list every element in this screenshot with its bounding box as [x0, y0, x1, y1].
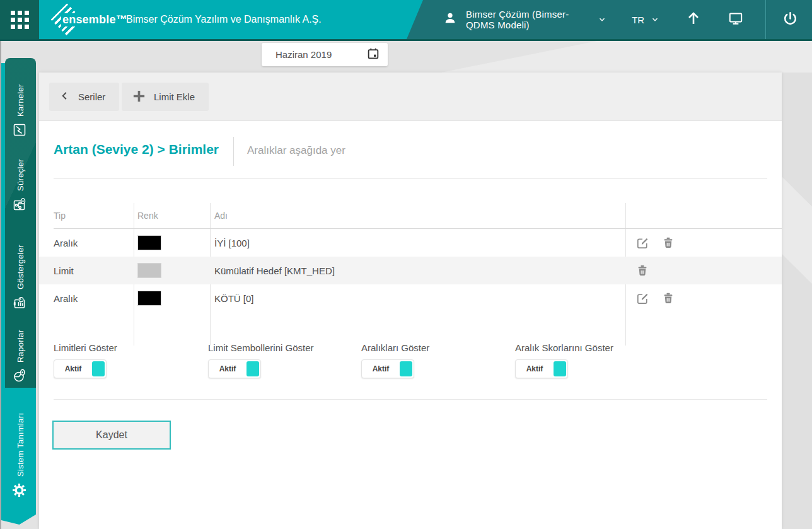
color-swatch	[137, 235, 161, 250]
sidebar-item-karneler[interactable]: Karneler	[5, 71, 36, 137]
chevron-down-icon	[651, 15, 659, 24]
save-button-label: Kaydet	[96, 429, 127, 441]
add-button-label: Limit Ekle	[154, 91, 195, 102]
gear-icon	[11, 482, 30, 498]
page-title: Artan (Seviye 2) > Birimler	[54, 142, 219, 157]
column-header-tip: Tip	[54, 203, 66, 228]
background-facet	[441, 41, 812, 73]
brand-logo: ensemble™	[52, 4, 121, 35]
cell-tip: Limit	[54, 257, 74, 284]
topbar-divider	[765, 0, 766, 39]
top-bar: ensemble™ Bimser Çözüm Yazılım ve Danışm…	[0, 0, 812, 41]
page-subtitle: Aralıklar aşağıda yer	[247, 144, 345, 157]
apps-grid-button[interactable]	[0, 0, 39, 39]
calendar-icon[interactable]	[366, 47, 380, 63]
table-row: Limit Kümülatif Hedef [KMT_HED]	[39, 257, 782, 284]
sidebar-item-gostergeler[interactable]: Göstergeler	[5, 218, 36, 310]
sidebar-item-raporlar[interactable]: Raporlar	[5, 324, 36, 383]
user-menu[interactable]: Bimser Çözüm (Bimser- QDMS Modeli)	[443, 9, 606, 30]
row-actions	[635, 284, 675, 312]
sidebar-item-label: Karneler	[16, 84, 25, 117]
toggle-label-araliklari-goster: Aralıkları Göster	[361, 342, 429, 353]
toggle-araliklari-goster[interactable]: Aktif	[361, 359, 414, 378]
apps-grid-icon	[11, 11, 29, 29]
delete-icon[interactable]	[661, 291, 675, 305]
toggle-label-limitleri-goster: Limitleri Göster	[54, 342, 117, 353]
cell-adi: İYİ [100]	[214, 229, 250, 257]
chevron-left-icon	[59, 90, 71, 103]
toggle-knob	[246, 361, 259, 376]
indicator-icon	[12, 295, 30, 310]
language-code: TR	[632, 15, 644, 25]
process-icon	[12, 197, 30, 212]
toggle-limit-sembollerini-goster[interactable]: Aktif	[208, 359, 261, 378]
toggle-state-label: Aktif	[516, 364, 554, 373]
toggle-state-label: Aktif	[54, 364, 92, 373]
section-divider	[54, 178, 767, 179]
back-to-series-button[interactable]: Seriler	[49, 83, 119, 111]
color-swatch	[137, 291, 161, 306]
cell-renk	[137, 229, 161, 257]
background-facet	[782, 73, 812, 529]
title-divider	[233, 137, 234, 166]
cell-tip: Aralık	[54, 284, 78, 312]
up-arrow-icon	[686, 11, 701, 28]
cell-tip: Aralık	[54, 229, 78, 257]
company-name: Bimser Çözüm Yazılım ve Danışmanlık A.Ş.	[126, 0, 322, 39]
cell-adi: KÖTÜ [0]	[214, 284, 254, 312]
sidebar-item-label: Sistem Tanımları	[16, 413, 25, 477]
row-actions	[635, 229, 675, 257]
sidebar-item-surecler[interactable]: Süreçler	[5, 146, 36, 212]
cell-renk	[137, 284, 161, 312]
monitor-icon	[728, 10, 744, 29]
delete-icon[interactable]	[635, 264, 649, 277]
section-divider	[54, 399, 767, 400]
panel-toolbar: Seriler Limit Ekle	[39, 73, 782, 121]
app-root: ensemble™ Bimser Çözüm Yazılım ve Danışm…	[0, 0, 812, 529]
add-limit-button[interactable]: Limit Ekle	[122, 83, 209, 111]
language-selector[interactable]: TR	[632, 15, 659, 25]
power-icon	[782, 11, 798, 29]
color-swatch	[137, 263, 161, 278]
column-header-adi: Adı	[214, 203, 228, 228]
edit-icon[interactable]	[635, 236, 650, 250]
edit-icon[interactable]	[635, 291, 650, 306]
user-icon	[443, 11, 457, 28]
user-name: Bimser Çözüm (Bimser- QDMS Modeli)	[466, 9, 591, 30]
report-icon	[12, 368, 30, 383]
toggle-label-aralik-skorlarini-goster: Aralık Skorlarını Göster	[515, 342, 613, 353]
column-header-renk: Renk	[137, 203, 158, 228]
cell-renk	[137, 257, 161, 284]
scorecard-icon	[12, 122, 30, 137]
logout-button[interactable]	[782, 11, 798, 29]
display-button[interactable]	[728, 10, 744, 29]
date-value: Haziran 2019	[276, 49, 366, 60]
row-actions	[635, 257, 649, 284]
toggle-state-label: Aktif	[362, 364, 400, 373]
plus-icon	[132, 89, 146, 105]
toggle-state-label: Aktif	[209, 364, 246, 373]
delete-icon[interactable]	[661, 236, 675, 250]
toggle-aralik-skorlarini-goster[interactable]: Aktif	[515, 359, 568, 378]
sidebar-item-sistem-tanimlari[interactable]: Sistem Tanımları	[5, 400, 36, 498]
upload-button[interactable]	[686, 11, 701, 28]
cell-adi: Kümülatif Hedef [KMT_HED]	[214, 257, 335, 284]
chevron-down-icon	[598, 15, 606, 24]
toggle-label-limit-sembollerini-goster: Limit Sembollerini Göster	[208, 342, 314, 353]
toggle-knob	[554, 361, 566, 376]
table-row: Aralık İYİ [100]	[39, 229, 782, 257]
sidebar-item-label: Süreçler	[16, 159, 25, 191]
brand-logo-text: ensemble™	[61, 13, 129, 26]
toggle-knob	[92, 361, 105, 376]
back-button-label: Seriler	[78, 91, 105, 102]
save-button[interactable]: Kaydet	[52, 421, 171, 450]
background-facet	[782, 177, 812, 284]
content-panel: Seriler Limit Ekle Artan (Seviye 2) > Bi…	[39, 73, 782, 529]
date-input[interactable]: Haziran 2019	[262, 43, 388, 66]
sidebar-item-label: Raporlar	[16, 330, 25, 363]
toggle-limitleri-goster[interactable]: Aktif	[54, 359, 107, 378]
sidebar-item-label: Göstergeler	[16, 245, 25, 289]
table-row: Aralık KÖTÜ [0]	[39, 284, 782, 312]
toggle-knob	[400, 361, 412, 376]
top-bar-right: Bimser Çözüm (Bimser- QDMS Modeli) TR	[407, 0, 812, 39]
